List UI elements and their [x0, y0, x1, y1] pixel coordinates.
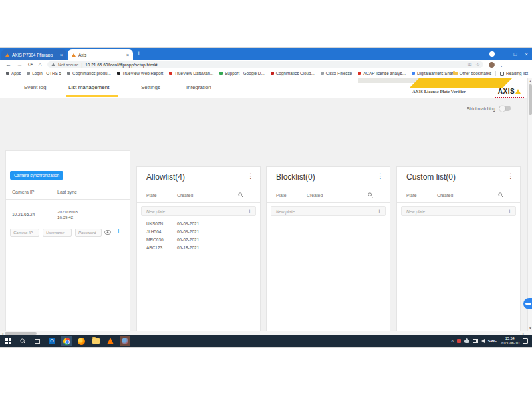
teamviewer-edge-widget[interactable] — [523, 298, 532, 309]
bookmark-label: ACAP license analys... — [363, 71, 406, 76]
sort-icon[interactable] — [508, 193, 513, 198]
bookmark-label: Cisco Finesse — [326, 71, 352, 76]
bookmark-item[interactable]: TrueView DataMan... — [169, 71, 213, 76]
product-title: AXIS License Plate Verifier — [396, 89, 482, 94]
home-icon[interactable]: ⌂ — [39, 61, 42, 68]
panel-menu-icon[interactable]: ⋮ — [247, 172, 254, 180]
search-icon[interactable] — [238, 192, 243, 198]
tray-chevron-icon[interactable]: ^ — [451, 339, 453, 344]
bookmark-item[interactable]: ACAP license analys... — [358, 71, 406, 76]
bookmark-star-icon[interactable]: ☆ — [475, 62, 480, 68]
add-plate-button[interactable]: + — [248, 208, 251, 215]
scroll-down-icon[interactable]: ▼ — [529, 326, 532, 330]
column-plate: Plate — [406, 193, 417, 198]
volume-icon[interactable] — [481, 339, 485, 343]
camera-synchronization-button[interactable]: Camera synchronization — [10, 171, 63, 180]
new-plate-input[interactable]: New plate + — [271, 206, 386, 216]
plate-table-row[interactable]: UKS07N06-09-2021 — [137, 221, 260, 229]
tab-integration[interactable]: Integration — [186, 84, 211, 90]
plate-table-row[interactable]: JLH50406-09-2021 — [137, 229, 260, 237]
vertical-scrollbar[interactable]: ▲ ▼ — [527, 78, 532, 331]
panel-menu-icon[interactable]: ⋮ — [377, 172, 384, 180]
taskbar-outlook[interactable]: O — [47, 336, 57, 346]
divider — [267, 202, 390, 203]
maximize-button[interactable]: □ — [513, 51, 517, 57]
plate-value: MRC636 — [146, 237, 164, 242]
tab-close-icon[interactable]: × — [126, 53, 129, 57]
action-center-icon[interactable] — [523, 338, 528, 344]
horizontal-scrollbar[interactable]: ◄ ► — [0, 331, 532, 335]
reload-icon[interactable]: ⟳ — [28, 61, 33, 68]
onedrive-icon[interactable] — [464, 340, 469, 343]
strict-matching-toggle[interactable] — [499, 106, 511, 111]
plate-table-row[interactable]: ABC12305-18-2021 — [137, 245, 260, 253]
new-plate-input[interactable]: New plate + — [141, 206, 256, 216]
new-plate-placeholder: New plate — [146, 209, 165, 214]
taskbar-vlc[interactable] — [105, 336, 116, 346]
toggle-knob — [499, 106, 505, 112]
browser-tab-axis[interactable]: Axis × — [68, 49, 133, 60]
tab-close-icon[interactable]: × — [60, 53, 63, 57]
reading-list-button[interactable]: Reading list — [500, 71, 528, 76]
minimize-button[interactable]: – — [503, 51, 505, 57]
new-plate-input[interactable]: New plate + — [401, 206, 516, 216]
scrollbar-thumb[interactable] — [529, 84, 532, 115]
system-tray: ^ SWE 15:54 2021-06-10 — [451, 335, 532, 347]
divider — [137, 202, 260, 203]
tray-red-app-icon[interactable] — [457, 339, 461, 343]
browser-menu-icon[interactable]: ⋮ — [499, 62, 504, 68]
clock[interactable]: 15:54 2021-06-10 — [500, 336, 519, 346]
taskbar-firefox[interactable] — [76, 336, 86, 346]
url-text[interactable]: 10.21.65.60/local/fflprapp/setup.html# — [85, 63, 157, 67]
bookmark-item[interactable]: Cognimatics Cloud... — [271, 71, 315, 76]
username-input[interactable]: Username — [43, 229, 72, 237]
other-bookmarks-label: Other bookmarks — [460, 71, 491, 76]
bookmark-item[interactable]: Cognimatics produ... — [67, 71, 111, 76]
tab-settings[interactable]: Settings — [141, 84, 160, 90]
bookmark-item[interactable]: DigitalBarriers Shari... — [412, 71, 458, 76]
profile-avatar[interactable] — [489, 62, 495, 68]
language-indicator[interactable]: SWE — [488, 339, 497, 343]
show-password-eye-icon[interactable] — [104, 230, 111, 235]
bookmark-item[interactable]: Cisco Finesse — [321, 71, 352, 76]
bookmark-item[interactable]: Apps — [6, 71, 21, 76]
task-view-button[interactable] — [32, 336, 43, 346]
profile-icon[interactable] — [489, 51, 495, 57]
address-bar[interactable]: Not secure | 10.21.65.60/local/fflprapp/… — [47, 61, 483, 68]
add-plate-button[interactable]: + — [378, 208, 381, 215]
bookmark-item[interactable]: Login - OTRS 5 — [27, 71, 61, 76]
sort-icon[interactable] — [248, 193, 253, 198]
add-camera-button[interactable]: + — [116, 227, 120, 235]
plate-table-row[interactable]: MRC63606-02-2021 — [137, 237, 260, 245]
scrollbar-thumb[interactable] — [5, 332, 37, 335]
new-tab-button[interactable]: + — [137, 51, 140, 57]
tab-event-log[interactable]: Event log — [24, 84, 46, 90]
browser-tab-axis-p7304[interactable]: AXIS P7304 Fflprapp × — [1, 49, 66, 60]
sort-icon[interactable] — [378, 193, 383, 198]
taskbar-file-explorer[interactable] — [90, 336, 101, 346]
camera-ip-input[interactable]: Camera IP — [10, 229, 39, 237]
close-button[interactable]: × — [525, 51, 528, 57]
search-icon[interactable] — [368, 192, 373, 198]
panel-menu-icon[interactable]: ⋮ — [507, 172, 514, 180]
taskbar-jabber[interactable] — [120, 336, 130, 346]
not-secure-label[interactable]: Not secure — [58, 63, 78, 67]
taskbar-chrome[interactable] — [61, 336, 72, 346]
scroll-up-icon[interactable]: ▲ — [529, 79, 532, 83]
add-plate-button[interactable]: + — [508, 208, 511, 215]
key-icon[interactable]: ⚿ — [468, 62, 471, 67]
window-controls: – □ × — [489, 50, 528, 58]
tab-list-management[interactable]: List management — [68, 84, 109, 90]
back-icon[interactable]: ← — [5, 61, 11, 68]
windows-logo-icon — [5, 338, 11, 344]
password-input[interactable]: Password — [75, 229, 102, 237]
panel-title: Blocklist(0) — [276, 172, 315, 182]
axis-favicon — [5, 53, 9, 57]
bookmark-item[interactable]: Support - Google D... — [219, 71, 265, 76]
taskbar-search-button[interactable] — [17, 336, 28, 346]
start-button[interactable] — [3, 336, 13, 346]
tray-time: 15:54 — [500, 336, 519, 341]
search-icon[interactable] — [498, 192, 503, 198]
bookmark-item[interactable]: TrueView Web Report — [117, 71, 163, 76]
other-bookmarks-button[interactable]: Other bookmarks — [453, 71, 491, 76]
